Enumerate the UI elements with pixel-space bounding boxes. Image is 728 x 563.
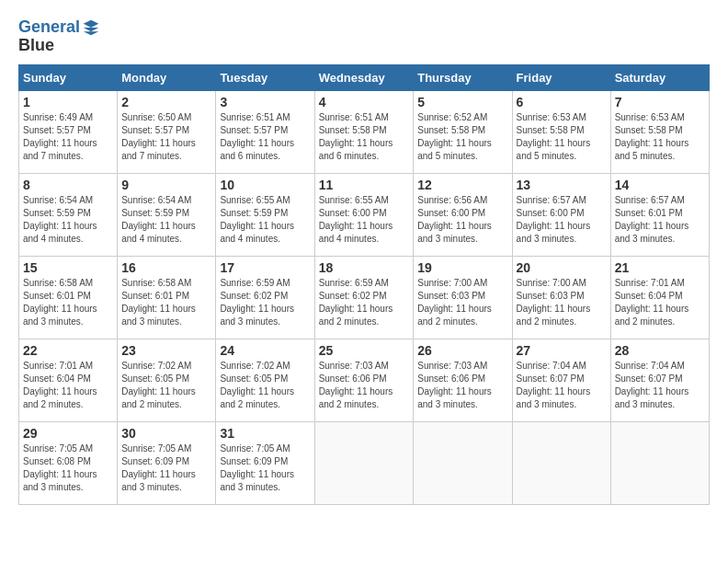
day-number: 15 (23, 260, 113, 275)
calendar-cell: 12 Sunrise: 6:56 AM Sunset: 6:00 PM Dayl… (414, 174, 512, 257)
week-row: 8 Sunrise: 6:54 AM Sunset: 5:59 PM Dayli… (19, 174, 710, 257)
calendar-cell: 20 Sunrise: 7:00 AM Sunset: 6:03 PM Dayl… (512, 257, 610, 339)
calendar-cell: 31 Sunrise: 7:05 AM Sunset: 6:09 PM Dayl… (216, 422, 314, 505)
calendar-cell: 1 Sunrise: 6:49 AM Sunset: 5:57 PM Dayli… (19, 91, 118, 174)
weekday-header: Sunday (19, 65, 118, 91)
calendar-cell: 7 Sunrise: 6:53 AM Sunset: 5:58 PM Dayli… (610, 91, 709, 174)
calendar-cell: 24 Sunrise: 7:02 AM Sunset: 6:05 PM Dayl… (216, 339, 314, 422)
day-number: 12 (417, 178, 507, 192)
day-info: Sunrise: 6:55 AM Sunset: 5:59 PM Dayligh… (220, 194, 310, 246)
day-number: 3 (220, 95, 310, 109)
calendar-cell: 17 Sunrise: 6:59 AM Sunset: 6:02 PM Dayl… (216, 257, 314, 339)
day-number: 11 (319, 178, 410, 192)
day-number: 21 (615, 260, 705, 275)
week-row: 15 Sunrise: 6:58 AM Sunset: 6:01 PM Dayl… (19, 257, 710, 339)
day-number: 27 (517, 343, 607, 358)
calendar-cell: 4 Sunrise: 6:51 AM Sunset: 5:58 PM Dayli… (314, 91, 414, 174)
calendar-cell: 25 Sunrise: 7:03 AM Sunset: 6:06 PM Dayl… (314, 339, 414, 422)
logo-text: GeneralBlue (18, 18, 100, 55)
day-number: 25 (319, 343, 410, 358)
day-number: 26 (417, 343, 507, 358)
day-number: 22 (23, 343, 113, 358)
calendar-cell: 14 Sunrise: 6:57 AM Sunset: 6:01 PM Dayl… (610, 174, 709, 257)
day-info: Sunrise: 7:01 AM Sunset: 6:04 PM Dayligh… (615, 277, 705, 328)
day-info: Sunrise: 6:54 AM Sunset: 5:59 PM Dayligh… (23, 194, 113, 246)
day-info: Sunrise: 6:59 AM Sunset: 6:02 PM Dayligh… (319, 277, 410, 328)
weekday-header-row: SundayMondayTuesdayWednesdayThursdayFrid… (19, 65, 710, 91)
day-info: Sunrise: 6:56 AM Sunset: 6:00 PM Dayligh… (417, 194, 507, 246)
calendar-cell: 11 Sunrise: 6:55 AM Sunset: 6:00 PM Dayl… (314, 174, 414, 257)
day-number: 8 (23, 178, 113, 192)
day-number: 1 (23, 95, 113, 109)
day-info: Sunrise: 7:05 AM Sunset: 6:08 PM Dayligh… (23, 442, 113, 494)
day-number: 17 (220, 260, 310, 275)
weekday-header: Monday (118, 65, 216, 91)
calendar-cell: 16 Sunrise: 6:58 AM Sunset: 6:01 PM Dayl… (118, 257, 216, 339)
day-number: 13 (517, 178, 607, 192)
day-info: Sunrise: 6:58 AM Sunset: 6:01 PM Dayligh… (23, 277, 113, 328)
day-number: 23 (121, 343, 211, 358)
day-info: Sunrise: 6:51 AM Sunset: 5:57 PM Dayligh… (220, 111, 310, 163)
logo: GeneralBlue (18, 18, 100, 55)
calendar-cell: 6 Sunrise: 6:53 AM Sunset: 5:58 PM Dayli… (512, 91, 610, 174)
day-number: 16 (121, 260, 211, 275)
day-info: Sunrise: 7:03 AM Sunset: 6:06 PM Dayligh… (319, 360, 410, 411)
day-info: Sunrise: 7:02 AM Sunset: 6:05 PM Dayligh… (121, 360, 211, 411)
calendar-cell: 5 Sunrise: 6:52 AM Sunset: 5:58 PM Dayli… (414, 91, 512, 174)
day-info: Sunrise: 6:57 AM Sunset: 6:01 PM Dayligh… (615, 194, 705, 246)
day-info: Sunrise: 6:54 AM Sunset: 5:59 PM Dayligh… (121, 194, 211, 246)
day-number: 6 (517, 95, 607, 109)
day-info: Sunrise: 6:53 AM Sunset: 5:58 PM Dayligh… (517, 111, 607, 163)
week-row: 22 Sunrise: 7:01 AM Sunset: 6:04 PM Dayl… (19, 339, 710, 422)
day-info: Sunrise: 7:05 AM Sunset: 6:09 PM Dayligh… (220, 442, 310, 494)
day-number: 14 (615, 178, 705, 192)
day-info: Sunrise: 7:00 AM Sunset: 6:03 PM Dayligh… (417, 277, 507, 328)
calendar-cell: 27 Sunrise: 7:04 AM Sunset: 6:07 PM Dayl… (512, 339, 610, 422)
calendar-cell: 2 Sunrise: 6:50 AM Sunset: 5:57 PM Dayli… (118, 91, 216, 174)
calendar-cell: 28 Sunrise: 7:04 AM Sunset: 6:07 PM Dayl… (610, 339, 709, 422)
calendar-cell: 30 Sunrise: 7:05 AM Sunset: 6:09 PM Dayl… (118, 422, 216, 505)
day-info: Sunrise: 7:01 AM Sunset: 6:04 PM Dayligh… (23, 360, 113, 411)
calendar-cell: 26 Sunrise: 7:03 AM Sunset: 6:06 PM Dayl… (414, 339, 512, 422)
calendar-cell: 15 Sunrise: 6:58 AM Sunset: 6:01 PM Dayl… (19, 257, 118, 339)
calendar-cell: 23 Sunrise: 7:02 AM Sunset: 6:05 PM Dayl… (118, 339, 216, 422)
day-info: Sunrise: 6:59 AM Sunset: 6:02 PM Dayligh… (220, 277, 310, 328)
day-number: 9 (121, 178, 211, 192)
day-number: 28 (615, 343, 705, 358)
calendar-cell: 10 Sunrise: 6:55 AM Sunset: 5:59 PM Dayl… (216, 174, 314, 257)
week-row: 29 Sunrise: 7:05 AM Sunset: 6:08 PM Dayl… (19, 422, 710, 505)
calendar-table: SundayMondayTuesdayWednesdayThursdayFrid… (18, 64, 710, 505)
calendar-cell (414, 422, 512, 505)
day-info: Sunrise: 7:04 AM Sunset: 6:07 PM Dayligh… (517, 360, 607, 411)
calendar-cell: 21 Sunrise: 7:01 AM Sunset: 6:04 PM Dayl… (610, 257, 709, 339)
calendar-cell: 19 Sunrise: 7:00 AM Sunset: 6:03 PM Dayl… (414, 257, 512, 339)
day-number: 4 (319, 95, 410, 109)
calendar-cell (610, 422, 709, 505)
calendar-cell: 3 Sunrise: 6:51 AM Sunset: 5:57 PM Dayli… (216, 91, 314, 174)
weekday-header: Wednesday (314, 65, 414, 91)
day-info: Sunrise: 6:52 AM Sunset: 5:58 PM Dayligh… (417, 111, 507, 163)
day-info: Sunrise: 7:05 AM Sunset: 6:09 PM Dayligh… (121, 442, 211, 494)
day-number: 19 (417, 260, 507, 275)
day-info: Sunrise: 6:53 AM Sunset: 5:58 PM Dayligh… (615, 111, 705, 163)
day-number: 10 (220, 178, 310, 192)
day-info: Sunrise: 7:03 AM Sunset: 6:06 PM Dayligh… (417, 360, 507, 411)
weekday-header: Tuesday (216, 65, 314, 91)
day-number: 7 (615, 95, 705, 109)
calendar-cell (512, 422, 610, 505)
calendar-cell: 8 Sunrise: 6:54 AM Sunset: 5:59 PM Dayli… (19, 174, 118, 257)
day-info: Sunrise: 6:58 AM Sunset: 6:01 PM Dayligh… (121, 277, 211, 328)
day-info: Sunrise: 6:49 AM Sunset: 5:57 PM Dayligh… (23, 111, 113, 163)
calendar-cell: 18 Sunrise: 6:59 AM Sunset: 6:02 PM Dayl… (314, 257, 414, 339)
calendar-cell: 29 Sunrise: 7:05 AM Sunset: 6:08 PM Dayl… (19, 422, 118, 505)
calendar-cell: 13 Sunrise: 6:57 AM Sunset: 6:00 PM Dayl… (512, 174, 610, 257)
calendar-cell: 22 Sunrise: 7:01 AM Sunset: 6:04 PM Dayl… (19, 339, 118, 422)
day-info: Sunrise: 7:00 AM Sunset: 6:03 PM Dayligh… (517, 277, 607, 328)
day-number: 31 (220, 426, 310, 441)
day-info: Sunrise: 7:02 AM Sunset: 6:05 PM Dayligh… (220, 360, 310, 411)
calendar-cell: 9 Sunrise: 6:54 AM Sunset: 5:59 PM Dayli… (118, 174, 216, 257)
weekday-header: Saturday (610, 65, 709, 91)
day-number: 2 (121, 95, 211, 109)
day-number: 5 (417, 95, 507, 109)
page-header: GeneralBlue (18, 18, 710, 55)
